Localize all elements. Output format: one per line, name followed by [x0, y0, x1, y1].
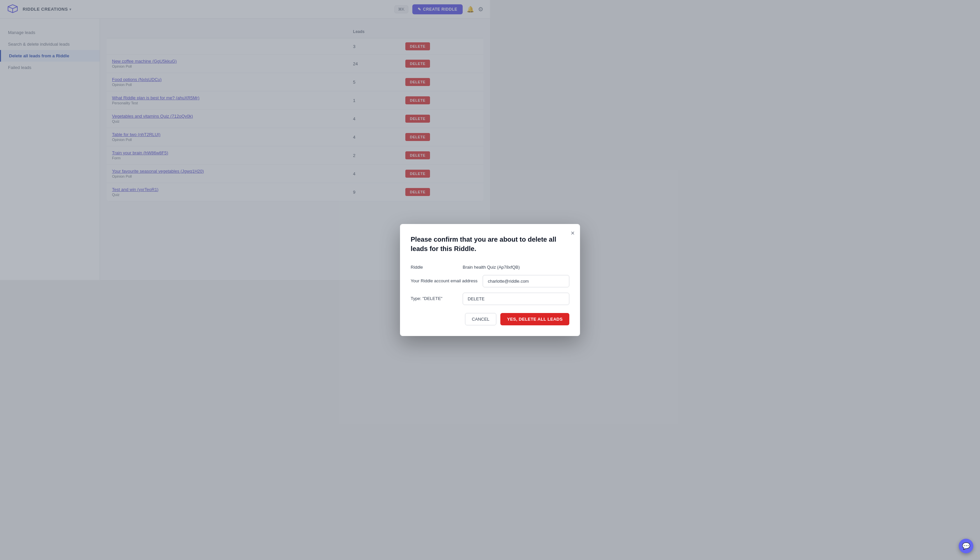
modal-email-field: Your Riddle account email address: [411, 275, 490, 280]
modal-riddle-field: Riddle Brain health Quiz (Ap78xfQB): [411, 261, 490, 270]
modal-title: Please confirm that you are about to del…: [411, 235, 490, 253]
confirm-delete-modal: × Please confirm that you are about to d…: [400, 224, 490, 280]
riddle-value: Brain health Quiz (Ap78xfQB): [463, 261, 490, 270]
modal-overlay[interactable]: × Please confirm that you are about to d…: [0, 0, 490, 280]
email-input[interactable]: [483, 275, 490, 280]
email-label: Your Riddle account email address: [411, 275, 477, 280]
riddle-label: Riddle: [411, 261, 457, 270]
